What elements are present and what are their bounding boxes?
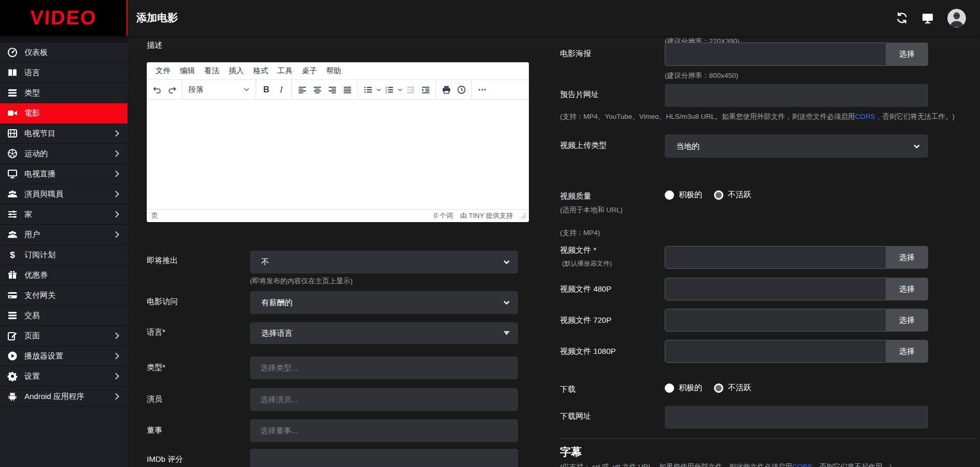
video-quality-radio-active[interactable] (665, 190, 674, 200)
download-radio-active[interactable] (665, 383, 674, 393)
sidebar-item-dashboard[interactable]: 仪表板 (0, 43, 128, 63)
cors-link[interactable]: CORS， (855, 113, 883, 120)
video-file-720p-input[interactable]: 选择 (665, 309, 928, 332)
fullscreen-monitor-icon[interactable] (921, 12, 934, 24)
editor-menu-tools[interactable]: 工具 (273, 63, 297, 78)
subscription-dollar-icon: $ (7, 250, 18, 260)
video-quality-radio-group: 积极的 不活跃 (665, 190, 759, 200)
numbered-list-icon[interactable]: 123 (382, 83, 396, 97)
video-quality-label: 视频质量 (560, 191, 591, 201)
editor-element-path: 页 (151, 211, 158, 221)
sidebar-item-home[interactable]: 家 (0, 204, 128, 225)
sidebar-item-label: 電影 (24, 108, 40, 118)
sidebar-item-label: 仪表板 (24, 48, 48, 58)
chevron-down-icon (503, 300, 510, 305)
sidebar-item-movies[interactable]: 電影 (0, 103, 128, 123)
print-icon[interactable] (439, 83, 453, 97)
editor-menu-file[interactable]: 文件 (151, 63, 175, 78)
video-file-480p-choose-button[interactable]: 选择 (886, 278, 928, 300)
movie-poster-file-input[interactable]: 选择 (665, 43, 928, 66)
sidebar-item-transactions[interactable]: 交易 (0, 306, 128, 326)
video-file-choose-button[interactable]: 选择 (886, 246, 928, 269)
editor-content-area[interactable] (147, 100, 529, 209)
indent-icon[interactable] (418, 83, 432, 97)
trailer-url-input[interactable] (665, 84, 928, 107)
chevron-right-icon (115, 130, 119, 136)
sports-ball-icon (7, 148, 18, 159)
brand-logo[interactable]: VIDEO (0, 0, 128, 36)
svg-text:3: 3 (385, 91, 387, 94)
editor-menu-view[interactable]: 看法 (200, 63, 224, 78)
align-justify-icon[interactable] (340, 83, 354, 97)
sidebar-item-player-settings[interactable]: 播放器设置 (0, 346, 128, 366)
video-file-input[interactable]: 选择 (665, 246, 928, 269)
sidebar-item-genres[interactable]: 类型 (0, 83, 128, 103)
video-file-480p-input[interactable]: 选择 (665, 278, 928, 300)
chevron-right-icon (115, 191, 119, 197)
video-quality-radio-inactive[interactable] (714, 190, 723, 200)
sidebar-item-label: 支付网关 (24, 291, 55, 300)
video-upload-type-select[interactable]: 当地的 (665, 134, 928, 158)
sidebar-item-settings[interactable]: 设置 (0, 366, 128, 387)
avatar[interactable] (947, 9, 966, 28)
movie-poster-choose-button[interactable]: 选择 (886, 43, 928, 66)
sidebar-item-tv-shows[interactable]: 电视节目 (0, 123, 128, 144)
language-multiselect[interactable]: 选择语言 (250, 322, 518, 344)
sidebar-item-subscription-plans[interactable]: $ 订阅计划 (0, 245, 128, 265)
movie-access-select[interactable]: 有薪酬的 (250, 291, 518, 314)
sidebar-item-languages[interactable]: 语言 (0, 63, 128, 83)
sidebar-item-pages[interactable]: 页面 (0, 326, 128, 346)
tiny-branding-link[interactable]: 由 TINY 提供支持 (460, 211, 513, 221)
video-quality-help: (适用于本地和 URL) (560, 205, 623, 215)
sidebar-item-coupons[interactable]: 优惠券 (0, 265, 128, 285)
download-url-input[interactable] (665, 406, 928, 429)
directors-input[interactable]: 选择董事... (250, 419, 518, 442)
topbar: VIDEO 添加电影 (0, 0, 980, 36)
align-left-icon[interactable] (295, 83, 309, 97)
editor-resize-grip[interactable] (521, 214, 526, 218)
video-file-1080p-input[interactable]: 选择 (665, 340, 928, 363)
editor-menu-help[interactable]: 帮助 (321, 63, 346, 78)
imdb-rating-input[interactable] (250, 449, 518, 467)
bold-icon[interactable]: B (259, 83, 273, 97)
download-radio-inactive[interactable] (714, 383, 723, 393)
download-active-label: 积极的 (679, 383, 702, 393)
editor-menu-edit[interactable]: 编辑 (175, 63, 200, 78)
sidebar-item-payment-gateways[interactable]: 支付网关 (0, 285, 128, 306)
actors-input[interactable]: 选择演员... (250, 388, 518, 411)
sidebar: 仪表板 语言 类型 電影 电视节目 运动的 (0, 36, 128, 467)
editor-menu-format[interactable]: 格式 (248, 63, 273, 78)
italic-icon[interactable]: I (274, 83, 288, 97)
directors-placeholder: 选择董事... (260, 426, 298, 436)
preview-clock-icon[interactable] (454, 83, 468, 97)
android-robot-icon (7, 391, 18, 402)
language-label: 语言* (147, 327, 165, 337)
cors-link[interactable]: CORS， (792, 463, 820, 467)
more-options-icon[interactable] (475, 83, 489, 97)
sidebar-item-live-tv[interactable]: 电视直播 (0, 164, 128, 184)
chevron-right-icon (115, 231, 119, 238)
undo-icon[interactable] (150, 83, 164, 97)
bullet-list-icon[interactable] (361, 83, 375, 97)
sidebar-item-users[interactable]: 用户 (0, 225, 128, 245)
refresh-icon[interactable] (895, 12, 908, 24)
video-file-720p-label: 视频文件 720P (560, 315, 611, 325)
video-file-1080p-choose-button[interactable]: 选择 (886, 340, 928, 363)
format-select[interactable]: 段落 (183, 80, 256, 99)
coming-soon-select[interactable]: 不 (250, 251, 518, 273)
editor-menu-insert[interactable]: 插入 (224, 63, 248, 78)
sidebar-item-sports[interactable]: 运动的 (0, 144, 128, 164)
actors-placeholder: 选择演员... (260, 395, 298, 405)
video-file-1080p-label: 视频文件 1080P (560, 347, 616, 356)
editor-menu-table[interactable]: 桌子 (297, 63, 321, 78)
align-center-icon[interactable] (310, 83, 324, 97)
align-right-icon[interactable] (325, 83, 339, 97)
sidebar-item-android-app[interactable]: Android 应用程序 (0, 387, 128, 407)
outdent-icon[interactable] (403, 83, 417, 97)
video-file-720p-choose-button[interactable]: 选择 (886, 309, 928, 332)
topbar-actions (895, 9, 980, 28)
sidebar-item-actors-staff[interactable]: 演員與職員 (0, 184, 128, 204)
redo-icon[interactable] (165, 83, 179, 97)
chevron-right-icon (115, 150, 119, 157)
genre-input[interactable]: 选择类型... (250, 356, 518, 379)
